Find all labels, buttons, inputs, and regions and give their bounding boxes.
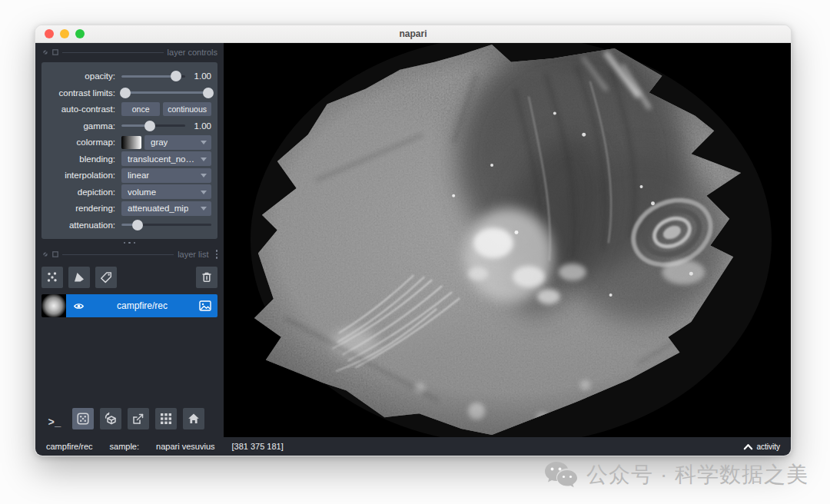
new-points-layer-button[interactable] <box>42 267 63 288</box>
layer-list-header: layer list <box>35 247 224 262</box>
wechat-icon <box>543 460 579 489</box>
dock-drag-handle[interactable] <box>216 250 218 259</box>
minimize-window-button[interactable] <box>60 29 69 38</box>
layer-name: campfire/rec <box>88 300 196 311</box>
grid-icon <box>159 412 173 426</box>
console-icon: >_ <box>48 416 61 429</box>
attenuation-slider[interactable] <box>121 220 211 230</box>
close-window-button[interactable] <box>45 29 54 38</box>
roll-dimensions-icon <box>104 412 118 426</box>
grid-view-button[interactable] <box>155 408 177 429</box>
activity-toggle[interactable]: activity <box>743 443 780 451</box>
watermark: 公众号 · 科学数据之美 <box>543 460 808 489</box>
chevron-up-icon <box>743 443 753 450</box>
colormap-label: colormap: <box>48 138 121 147</box>
status-source-value: napari vesuvius <box>156 442 214 451</box>
gamma-slider-handle[interactable] <box>144 121 155 131</box>
chevron-down-icon <box>201 141 207 144</box>
layer-row-selected[interactable]: campfire/rec <box>66 294 217 317</box>
depiction-label: depiction: <box>48 187 121 197</box>
layer-controls-box: opacity: 1.00 contrast limits: <box>42 62 217 239</box>
layer-controls-header: layer controls <box>35 43 224 60</box>
napari-window: napari layer controls opacity: <box>35 25 792 456</box>
contrast-limits-high-handle[interactable] <box>203 88 214 98</box>
delete-layer-button[interactable] <box>196 267 217 288</box>
maximize-window-button[interactable] <box>75 29 85 38</box>
status-layer-name: campfire/rec <box>46 442 93 451</box>
layer-list-item[interactable]: campfire/rec <box>42 294 217 317</box>
gamma-label: gamma: <box>48 121 121 131</box>
visibility-icon[interactable] <box>72 300 85 312</box>
console-button[interactable]: >_ <box>43 409 66 429</box>
float-panel-icon[interactable] <box>52 251 58 257</box>
auto-contrast-once-button[interactable]: once <box>121 102 160 116</box>
status-source-label: sample: <box>110 442 140 451</box>
hide-panel-icon[interactable] <box>42 251 48 257</box>
interpolation-dropdown[interactable]: linear <box>121 168 211 183</box>
chevron-down-icon <box>201 158 207 161</box>
home-icon <box>187 412 201 426</box>
colormap-gradient-preview <box>121 136 141 149</box>
gamma-slider[interactable] <box>121 121 185 131</box>
blending-dropdown[interactable]: translucent_no_depth <box>121 151 211 166</box>
home-button[interactable] <box>183 408 204 429</box>
float-panel-icon[interactable] <box>52 49 58 55</box>
interpolation-label: interpolation: <box>48 171 121 180</box>
auto-contrast-label: auto-contrast: <box>48 104 121 114</box>
toggle-ndisplay-button[interactable] <box>72 408 94 429</box>
volume-rendering <box>224 43 791 437</box>
gamma-value: 1.00 <box>188 121 211 131</box>
contrast-limits-slider[interactable] <box>121 88 211 98</box>
opacity-slider-handle[interactable] <box>171 71 181 81</box>
rendering-dropdown[interactable]: attenuated_mip <box>121 201 211 216</box>
auto-contrast-continuous-button[interactable]: continuous <box>163 102 211 116</box>
window-title: napari <box>35 28 791 39</box>
dice-3d-icon <box>76 412 90 426</box>
attenuation-slider-handle[interactable] <box>132 220 143 230</box>
new-labels-layer-button[interactable] <box>95 267 117 288</box>
divider <box>62 52 164 53</box>
new-points-layer-icon <box>45 270 59 284</box>
chevron-down-icon <box>201 207 207 211</box>
hide-panel-icon[interactable] <box>42 49 48 55</box>
transpose-dimensions-icon <box>131 412 145 426</box>
left-dock-panel: layer controls opacity: 1.00 contrast l <box>35 43 224 437</box>
opacity-value: 1.00 <box>188 71 211 81</box>
divider <box>62 254 174 255</box>
colormap-dropdown[interactable]: gray <box>144 135 211 150</box>
attenuation-label: attenuation: <box>48 220 121 230</box>
titlebar: napari <box>35 25 791 43</box>
new-shapes-layer-button[interactable] <box>68 267 90 288</box>
delete-layer-icon <box>200 270 214 284</box>
traffic-lights <box>35 29 85 38</box>
blending-label: blending: <box>48 154 121 164</box>
chevron-down-icon <box>201 174 207 177</box>
chevron-down-icon <box>201 191 207 194</box>
rendering-label: rendering: <box>48 204 121 213</box>
roll-dimensions-button[interactable] <box>100 408 121 429</box>
opacity-label: opacity: <box>48 71 121 81</box>
watermark-text: 公众号 · 科学数据之美 <box>586 460 808 489</box>
activity-label: activity <box>756 443 780 451</box>
layer-list-title: layer list <box>178 250 208 259</box>
depiction-dropdown[interactable]: volume <box>121 184 211 199</box>
transpose-dimensions-button[interactable] <box>128 408 149 429</box>
layer-buttons-row <box>35 262 224 290</box>
contrast-limits-low-handle[interactable] <box>120 88 131 98</box>
image-layer-icon <box>199 300 211 311</box>
viewer-buttons-row: >_ <box>35 408 224 437</box>
panel-resize-handle[interactable] <box>35 239 224 247</box>
opacity-slider[interactable] <box>121 71 185 81</box>
contrast-limits-label: contrast limits: <box>48 88 121 98</box>
new-labels-layer-icon <box>99 270 113 284</box>
layer-controls-title: layer controls <box>168 48 217 57</box>
status-coordinates: [381 375 181] <box>232 442 284 451</box>
status-bar: campfire/rec sample: napari vesuvius [38… <box>35 437 791 456</box>
layer-thumbnail <box>42 294 66 317</box>
viewer-canvas[interactable] <box>224 43 791 437</box>
new-shapes-layer-icon <box>72 270 86 284</box>
